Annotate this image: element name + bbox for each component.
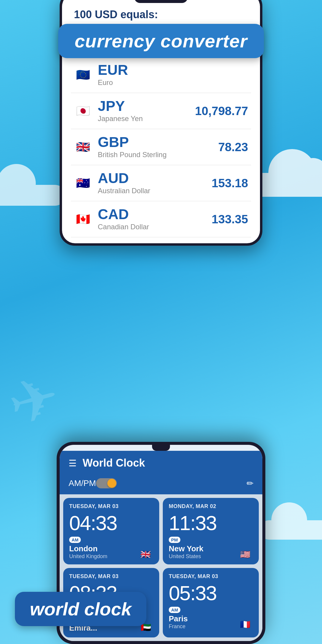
paris-ampm: AM: [169, 607, 180, 613]
gbp-info: GBP British Pound Sterling: [98, 135, 218, 159]
london-footer: AM London United Kingdom 🇬🇧: [69, 537, 153, 560]
ampm-toggle-bar: AM/PM ✏: [60, 475, 262, 494]
currency-row-cad[interactable]: 🇨🇦 CAD Canadian Dollar 133.35: [71, 201, 251, 237]
plane-background-icon: ✈: [1, 360, 67, 441]
eur-code: EUR: [98, 63, 248, 77]
paris-city: Paris: [169, 614, 188, 623]
london-city: London: [69, 544, 107, 553]
paris-flag: 🇫🇷: [237, 619, 253, 630]
newyork-footer: PM New York United States 🇺🇸: [169, 537, 253, 560]
london-ampm: AM: [69, 537, 81, 543]
paris-footer: AM Paris France 🇫🇷: [169, 607, 253, 630]
newyork-flag: 🇺🇸: [237, 549, 253, 560]
cloud-decoration-3: [259, 520, 322, 540]
london-country: United Kingdom: [69, 553, 107, 560]
cloud-decoration-2: [0, 185, 66, 206]
newyork-ampm: PM: [169, 537, 180, 543]
cad-info: CAD Canadian Dollar: [98, 207, 212, 231]
jpy-flag: 🇯🇵: [74, 102, 92, 120]
currency-banner-text: currency converter: [75, 31, 247, 51]
clock-card-paris[interactable]: TUESDAY, MAR 03 05:33 AM Paris France 🇫🇷: [163, 568, 259, 637]
aud-code: AUD: [98, 171, 212, 185]
hamburger-menu-icon[interactable]: ☰: [69, 458, 77, 468]
currency-header: 100 USD equals:: [71, 8, 251, 21]
jpy-code: JPY: [98, 99, 195, 113]
phone2-notch: [152, 445, 170, 451]
clock-card-london[interactable]: TUESDAY, MAR 03 04:33 AM London United K…: [63, 498, 159, 564]
currency-row-gbp[interactable]: 🇬🇧 GBP British Pound Sterling 78.23: [71, 129, 251, 165]
gbp-name: British Pound Sterling: [98, 151, 218, 159]
wc-banner-text: world clock: [30, 599, 131, 619]
cad-value: 133.35: [212, 213, 248, 226]
newyork-location: PM New York United States: [169, 537, 203, 560]
paris-country: France: [169, 623, 188, 630]
newyork-city: New York: [169, 544, 203, 553]
paris-time: 05:33: [169, 582, 216, 604]
cad-code: CAD: [98, 207, 212, 222]
london-date: TUESDAY, MAR 03: [69, 503, 153, 510]
cad-name: Canadian Dollar: [98, 223, 212, 231]
toggle-track[interactable]: [96, 478, 117, 488]
eur-name: Euro: [98, 78, 248, 87]
aud-info: AUD Australian Dollar: [98, 171, 212, 195]
uae-date: TUESDAY, MAR 03: [69, 573, 153, 580]
cad-flag: 🇨🇦: [74, 210, 92, 228]
phone-notch: [134, 0, 188, 3]
london-time-row: 04:33: [69, 510, 153, 537]
edit-icon[interactable]: ✏: [247, 479, 253, 488]
ampm-label: AM/PM: [69, 479, 96, 488]
currency-row-jpy[interactable]: 🇯🇵 JPY Japanese Yen 10,798.77: [71, 93, 251, 129]
newyork-country: United States: [169, 553, 203, 560]
london-time: 04:33: [69, 512, 117, 534]
world-clock-title: World Clock: [83, 457, 253, 469]
jpy-value: 10,798.77: [195, 104, 248, 118]
gbp-flag: 🇬🇧: [74, 138, 92, 156]
gbp-code: GBP: [98, 135, 218, 149]
newyork-date: MONDAY, MAR 02: [169, 503, 253, 510]
toggle-thumb: [107, 479, 116, 488]
ampm-toggle[interactable]: [96, 478, 117, 488]
eur-info: EUR Euro: [98, 63, 248, 87]
aud-flag: 🇦🇺: [74, 174, 92, 192]
aud-name: Australian Dollar: [98, 187, 212, 195]
paris-location: AM Paris France: [169, 607, 188, 630]
newyork-time-row: 11:33: [169, 510, 253, 537]
gbp-value: 78.23: [218, 140, 248, 154]
jpy-name: Japanese Yen: [98, 114, 195, 123]
eur-flag: 🇪🇺: [74, 66, 92, 84]
paris-time-row: 05:33: [169, 580, 253, 607]
london-flag: 🇬🇧: [138, 549, 153, 560]
clock-card-newyork[interactable]: MONDAY, MAR 02 11:33 PM New York United …: [163, 498, 259, 564]
jpy-info: JPY Japanese Yen: [98, 99, 195, 123]
newyork-time: 11:33: [169, 512, 216, 534]
currency-row-eur[interactable]: 🇪🇺 EUR Euro: [71, 57, 251, 93]
paris-date: TUESDAY, MAR 03: [169, 573, 253, 580]
currency-converter-banner: currency converter: [58, 24, 264, 58]
currency-row-aud[interactable]: 🇦🇺 AUD Australian Dollar 153.18: [71, 165, 251, 201]
aud-value: 153.18: [212, 177, 248, 190]
world-clock-banner: world clock: [15, 592, 146, 626]
london-location: AM London United Kingdom: [69, 537, 107, 560]
world-clock-header: ☰ World Clock: [60, 451, 262, 475]
